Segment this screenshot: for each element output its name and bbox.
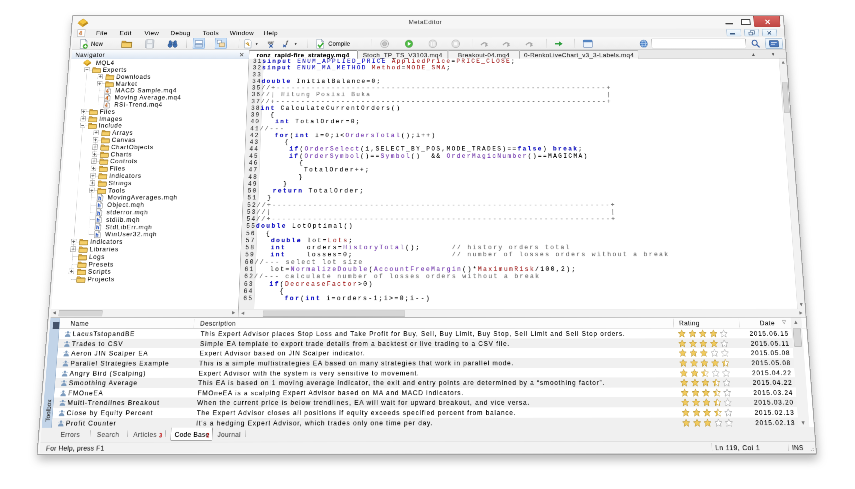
svg-text:h: h (95, 231, 99, 238)
svg-text:f: f (286, 39, 289, 45)
svg-text:var: var (268, 40, 275, 45)
